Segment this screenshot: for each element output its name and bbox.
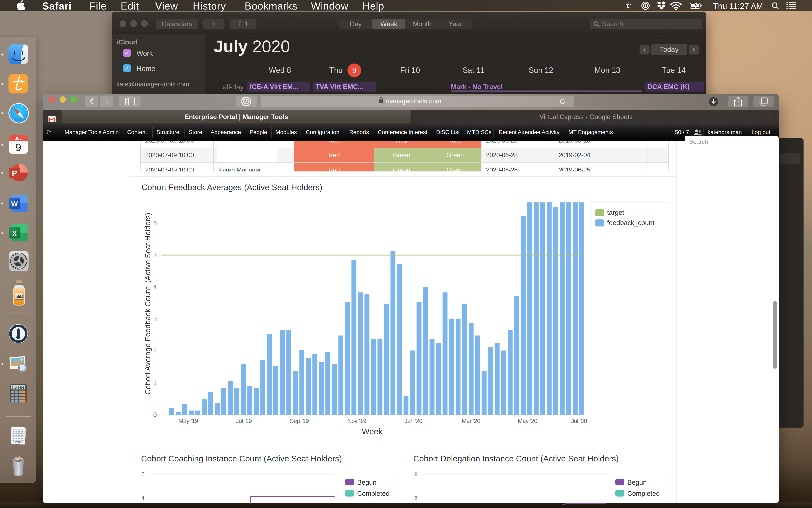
svg-text:3.141593: 3.141593 xyxy=(12,386,24,389)
svg-text:X: X xyxy=(12,230,17,238)
svg-text:W: W xyxy=(11,200,18,208)
svg-text:JUL: JUL xyxy=(15,137,22,140)
svg-text:CSV: CSV xyxy=(15,441,21,444)
svg-text:P: P xyxy=(12,169,17,178)
svg-text:9: 9 xyxy=(15,141,21,153)
